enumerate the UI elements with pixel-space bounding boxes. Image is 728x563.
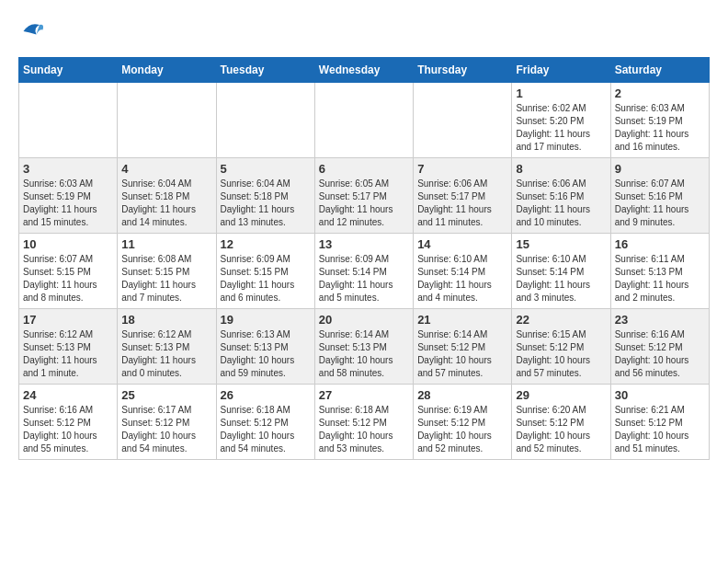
calendar-cell: 15Sunrise: 6:10 AMSunset: 5:14 PMDayligh… [512,234,610,309]
day-info: Sunrise: 6:15 AMSunset: 5:12 PMDaylight:… [516,328,606,380]
day-number: 17 [23,313,113,327]
day-info: Sunrise: 6:14 AMSunset: 5:12 PMDaylight:… [417,328,507,380]
day-info: Sunrise: 6:14 AMSunset: 5:13 PMDaylight:… [319,328,409,380]
calendar-cell: 5Sunrise: 6:04 AMSunset: 5:18 PMDaylight… [216,158,314,234]
day-info: Sunrise: 6:04 AMSunset: 5:18 PMDaylight:… [121,178,211,229]
day-number: 1 [516,86,606,100]
day-info: Sunrise: 6:11 AMSunset: 5:13 PMDaylight:… [615,253,705,304]
day-info: Sunrise: 6:07 AMSunset: 5:16 PMDaylight:… [615,178,705,229]
day-number: 19 [221,313,311,327]
day-info: Sunrise: 6:04 AMSunset: 5:18 PMDaylight:… [221,178,311,229]
calendar-cell [414,83,512,158]
weekday-header: Saturday [610,58,709,83]
day-number: 28 [417,388,507,402]
day-number: 21 [417,313,507,327]
calendar-cell: 24Sunrise: 6:16 AMSunset: 5:12 PMDayligh… [19,385,118,460]
calendar-cell: 30Sunrise: 6:21 AMSunset: 5:12 PMDayligh… [610,385,709,460]
calendar-cell: 1Sunrise: 6:02 AMSunset: 5:20 PMDaylight… [512,83,610,158]
day-info: Sunrise: 6:03 AMSunset: 5:19 PMDaylight:… [23,178,113,229]
day-number: 29 [516,388,606,402]
day-info: Sunrise: 6:05 AMSunset: 5:17 PMDaylight:… [319,178,409,229]
day-number: 3 [23,162,113,176]
day-number: 2 [615,86,705,100]
day-info: Sunrise: 6:19 AMSunset: 5:12 PMDaylight:… [417,404,507,455]
weekday-header: Thursday [414,58,512,83]
day-info: Sunrise: 6:18 AMSunset: 5:12 PMDaylight:… [221,404,311,455]
day-info: Sunrise: 6:12 AMSunset: 5:13 PMDaylight:… [23,328,113,380]
weekday-header: Sunday [19,58,118,83]
day-number: 9 [615,162,705,176]
day-info: Sunrise: 6:10 AMSunset: 5:14 PMDaylight:… [516,253,606,304]
day-number: 7 [417,162,507,176]
day-number: 8 [516,162,606,176]
day-number: 24 [23,388,113,402]
calendar-cell: 8Sunrise: 6:06 AMSunset: 5:16 PMDaylight… [512,158,610,234]
day-info: Sunrise: 6:13 AMSunset: 5:13 PMDaylight:… [221,328,311,380]
day-number: 16 [615,237,705,251]
calendar-cell: 25Sunrise: 6:17 AMSunset: 5:12 PMDayligh… [118,385,216,460]
calendar-cell: 27Sunrise: 6:18 AMSunset: 5:12 PMDayligh… [314,385,413,460]
day-info: Sunrise: 6:06 AMSunset: 5:16 PMDaylight:… [516,178,606,229]
day-number: 22 [516,313,606,327]
calendar-cell [19,83,118,158]
day-info: Sunrise: 6:07 AMSunset: 5:15 PMDaylight:… [23,253,113,304]
day-info: Sunrise: 6:16 AMSunset: 5:12 PMDaylight:… [615,328,705,380]
day-info: Sunrise: 6:09 AMSunset: 5:14 PMDaylight:… [319,253,409,304]
day-info: Sunrise: 6:20 AMSunset: 5:12 PMDaylight:… [516,404,606,455]
day-info: Sunrise: 6:12 AMSunset: 5:13 PMDaylight:… [121,328,211,380]
day-number: 4 [121,162,211,176]
day-number: 26 [221,388,311,402]
calendar-cell: 11Sunrise: 6:08 AMSunset: 5:15 PMDayligh… [118,234,216,309]
day-number: 18 [121,313,211,327]
day-number: 23 [615,313,705,327]
calendar-cell: 19Sunrise: 6:13 AMSunset: 5:13 PMDayligh… [216,309,314,385]
calendar-cell: 14Sunrise: 6:10 AMSunset: 5:14 PMDayligh… [414,234,512,309]
calendar-cell: 22Sunrise: 6:15 AMSunset: 5:12 PMDayligh… [512,309,610,385]
day-number: 6 [319,162,409,176]
day-number: 10 [23,237,113,251]
day-number: 14 [417,237,507,251]
day-number: 15 [516,237,606,251]
day-number: 30 [615,388,705,402]
calendar-cell: 20Sunrise: 6:14 AMSunset: 5:13 PMDayligh… [314,309,413,385]
calendar-week-row: 10Sunrise: 6:07 AMSunset: 5:15 PMDayligh… [19,234,710,309]
calendar-week-row: 24Sunrise: 6:16 AMSunset: 5:12 PMDayligh… [19,385,710,460]
weekday-header: Friday [512,58,610,83]
calendar-cell: 3Sunrise: 6:03 AMSunset: 5:19 PMDaylight… [19,158,118,234]
calendar-cell: 28Sunrise: 6:19 AMSunset: 5:12 PMDayligh… [414,385,512,460]
day-number: 12 [221,237,311,251]
calendar-header-row: SundayMondayTuesdayWednesdayThursdayFrid… [19,58,710,83]
calendar-cell: 12Sunrise: 6:09 AMSunset: 5:15 PMDayligh… [216,234,314,309]
calendar-cell: 29Sunrise: 6:20 AMSunset: 5:12 PMDayligh… [512,385,610,460]
calendar-cell: 2Sunrise: 6:03 AMSunset: 5:19 PMDaylight… [610,83,709,158]
calendar-cell: 16Sunrise: 6:11 AMSunset: 5:13 PMDayligh… [610,234,709,309]
weekday-header: Wednesday [314,58,413,83]
calendar-cell: 21Sunrise: 6:14 AMSunset: 5:12 PMDayligh… [414,309,512,385]
weekday-header: Monday [118,58,216,83]
day-number: 5 [221,162,311,176]
day-info: Sunrise: 6:08 AMSunset: 5:15 PMDaylight:… [121,253,211,304]
day-info: Sunrise: 6:02 AMSunset: 5:20 PMDaylight:… [516,102,606,154]
day-number: 25 [121,388,211,402]
day-info: Sunrise: 6:21 AMSunset: 5:12 PMDaylight:… [615,404,705,455]
day-info: Sunrise: 6:10 AMSunset: 5:14 PMDaylight:… [417,253,507,304]
calendar-cell: 4Sunrise: 6:04 AMSunset: 5:18 PMDaylight… [118,158,216,234]
calendar-cell: 6Sunrise: 6:05 AMSunset: 5:17 PMDaylight… [314,158,413,234]
logo [18,18,46,48]
calendar-cell: 23Sunrise: 6:16 AMSunset: 5:12 PMDayligh… [610,309,709,385]
calendar-cell: 18Sunrise: 6:12 AMSunset: 5:13 PMDayligh… [118,309,216,385]
calendar-cell: 7Sunrise: 6:06 AMSunset: 5:17 PMDaylight… [414,158,512,234]
day-info: Sunrise: 6:17 AMSunset: 5:12 PMDaylight:… [121,404,211,455]
calendar-cell [216,83,314,158]
calendar-cell: 10Sunrise: 6:07 AMSunset: 5:15 PMDayligh… [19,234,118,309]
calendar-cell: 9Sunrise: 6:07 AMSunset: 5:16 PMDaylight… [610,158,709,234]
day-info: Sunrise: 6:03 AMSunset: 5:19 PMDaylight:… [615,102,705,154]
day-info: Sunrise: 6:16 AMSunset: 5:12 PMDaylight:… [23,404,113,455]
day-number: 27 [319,388,409,402]
weekday-header: Tuesday [216,58,314,83]
calendar-cell: 26Sunrise: 6:18 AMSunset: 5:12 PMDayligh… [216,385,314,460]
calendar-cell: 17Sunrise: 6:12 AMSunset: 5:13 PMDayligh… [19,309,118,385]
day-number: 13 [319,237,409,251]
calendar-cell: 13Sunrise: 6:09 AMSunset: 5:14 PMDayligh… [314,234,413,309]
day-info: Sunrise: 6:09 AMSunset: 5:15 PMDaylight:… [221,253,311,304]
